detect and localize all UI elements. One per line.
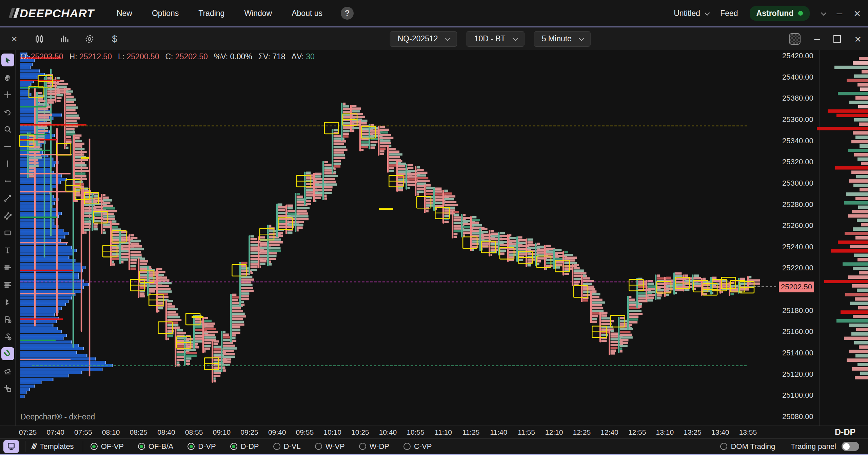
time-axis-label: 10:40 <box>379 428 397 436</box>
time-axis-label: 10:10 <box>323 428 341 436</box>
horizontal-line-tool-icon[interactable] <box>1 140 14 153</box>
priority-flag-tool-icon[interactable] <box>1 295 14 308</box>
profile-radio-label: C-VP <box>414 442 432 451</box>
timeframe-dropdown[interactable]: 5 Minute <box>534 31 591 47</box>
price-axis-label: 25160.00 <box>782 327 813 336</box>
short-position-tool-icon[interactable] <box>1 330 14 343</box>
open-value: 25203.50 <box>31 52 63 61</box>
depth-bar <box>859 345 868 349</box>
time-axis-label: 09:55 <box>296 428 314 436</box>
time-axis-label: 13:40 <box>711 428 729 436</box>
depth-bar <box>845 232 868 235</box>
replay-tool-icon[interactable] <box>1 105 14 118</box>
dom-trading-label: DOM Trading <box>731 442 775 451</box>
profile-radio-d-dp[interactable]: D-DP <box>230 442 259 451</box>
add-shape-tool-icon[interactable] <box>1 382 14 395</box>
dom-trading-radio[interactable]: DOM Trading <box>720 442 775 451</box>
radio-icon <box>315 443 322 450</box>
period-dropdown[interactable]: 10D - BT <box>467 31 525 47</box>
pane-minimize-button[interactable]: – <box>814 34 820 44</box>
crosshair-tool-icon[interactable] <box>1 88 14 101</box>
depth-bar <box>859 123 868 126</box>
time-axis-label: 12:25 <box>573 428 591 436</box>
time-axis-label: 13:25 <box>684 428 702 436</box>
chart-canvas[interactable] <box>16 50 778 426</box>
zoom-tool-icon[interactable] <box>1 123 14 136</box>
symbol-dropdown[interactable]: NQ-202512 <box>390 31 457 47</box>
time-axis-label: 13:10 <box>656 428 674 436</box>
long-position-tool-icon[interactable] <box>1 313 14 326</box>
depth-bar <box>844 337 868 340</box>
logo-text: DEEPCHART <box>20 7 94 20</box>
feed-connected-dot <box>798 11 803 16</box>
cursor-tool-icon[interactable] <box>1 54 14 66</box>
window-close-button[interactable]: × <box>854 7 861 19</box>
profile-radio-w-vp[interactable]: W-VP <box>315 442 345 451</box>
horizontal-ray-tool-icon[interactable] <box>1 174 14 187</box>
text-tool-icon[interactable] <box>1 244 14 256</box>
parallel-channel-tool-icon[interactable] <box>1 209 14 222</box>
chevron-down-icon <box>579 36 584 41</box>
price-axis[interactable]: 25420.0025400.0025380.0025360.0025340.00… <box>778 50 820 426</box>
depth-bar <box>856 328 868 331</box>
trend-line-tool-icon[interactable] <box>1 192 14 205</box>
profile-radio-w-dp[interactable]: W-DP <box>359 442 389 451</box>
profile-radio-d-vp[interactable]: D-VP <box>188 442 216 451</box>
profile-radio-d-vl[interactable]: D-VL <box>273 442 301 451</box>
menu-item-about-us[interactable]: About us <box>292 9 322 18</box>
titlebar: DEEPCHART NewOptionsTradingWindowAbout u… <box>0 0 868 26</box>
close-chart-icon[interactable]: × <box>8 33 20 45</box>
candlestick-chart-icon[interactable] <box>33 33 45 45</box>
depth-bar <box>855 376 868 379</box>
depth-bar <box>854 118 868 122</box>
profile-small-tool-icon[interactable] <box>1 261 14 274</box>
depth-bar <box>861 162 868 165</box>
trading-panel-toggle[interactable] <box>842 442 859 451</box>
price-axis-label: 25240.00 <box>782 243 813 251</box>
dollar-icon[interactable]: $ <box>108 33 121 45</box>
menu-item-trading[interactable]: Trading <box>198 9 224 18</box>
layout-dropdown[interactable]: Untitled <box>674 9 709 18</box>
price-axis-label: 25100.00 <box>782 391 813 400</box>
footprint-chart-plot[interactable]: O: 25203.50H: 25212.50L: 25200.50C: 2520… <box>16 50 778 426</box>
close-value: 25202.50 <box>175 52 208 61</box>
percent-volume-value: 0.00% <box>230 52 252 61</box>
profile-radio-c-vp[interactable]: C-VP <box>403 442 432 451</box>
rectangle-tool-icon[interactable] <box>1 226 14 239</box>
price-axis-label: 25360.00 <box>782 115 813 124</box>
transparency-icon[interactable] <box>789 33 801 45</box>
depth-bar <box>854 153 868 157</box>
menu-item-options[interactable]: Options <box>152 9 179 18</box>
gear-icon[interactable] <box>83 33 96 45</box>
menu-item-window[interactable]: Window <box>244 9 272 18</box>
timeframe-value: 5 Minute <box>542 34 572 43</box>
chevron-down-icon[interactable] <box>821 10 827 16</box>
vertical-line-tool-icon[interactable] <box>1 157 14 170</box>
radio-icon <box>91 443 98 450</box>
magnet-tool-icon[interactable] <box>1 347 14 360</box>
time-axis-label: 08:40 <box>157 428 175 436</box>
monitor-icon[interactable] <box>3 440 19 453</box>
bar-chart-icon[interactable] <box>58 33 71 45</box>
pane-close-button[interactable]: × <box>854 33 861 45</box>
feed-name: Astrofund <box>756 9 794 18</box>
profile-radio-of-vp[interactable]: OF-VP <box>91 442 124 451</box>
time-axis-label: 13:55 <box>739 428 757 436</box>
eraser-tool-icon[interactable] <box>1 365 14 377</box>
pane-maximize-button[interactable] <box>833 35 841 43</box>
low-value: 25200.50 <box>127 52 159 61</box>
depth-bar <box>852 284 868 288</box>
profile-radio-of-b-a[interactable]: OF-B/A <box>138 442 173 451</box>
help-icon[interactable]: ? <box>341 7 354 20</box>
depth-bar <box>858 306 868 309</box>
time-axis[interactable]: D-DP 07:2507:4007:5508:1008:2508:4008:55… <box>0 426 868 438</box>
time-axis-label: 08:55 <box>185 428 203 436</box>
chart-toolbar: × $ NQ-202512 10D - BT 5 Minute <box>0 27 868 50</box>
menu-item-new[interactable]: New <box>117 9 132 18</box>
price-axis-label: 25380.00 <box>782 94 813 103</box>
time-axis-label: 07:25 <box>19 428 37 436</box>
hand-tool-icon[interactable] <box>1 71 14 84</box>
window-minimize-button[interactable]: – <box>836 8 842 18</box>
feed-status-pill[interactable]: Astrofund <box>750 6 810 21</box>
profile-large-tool-icon[interactable] <box>1 278 14 291</box>
